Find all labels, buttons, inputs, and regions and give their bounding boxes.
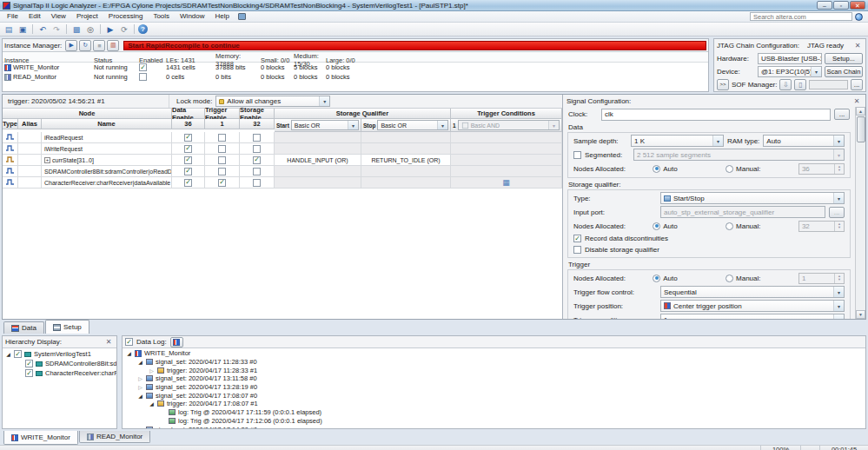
hierarchy-item[interactable]: ✓CharacterReceiver:charReceiver — [3, 368, 116, 378]
node-name-cell[interactable]: iReadRequest — [42, 132, 172, 143]
stop-qualifier-value-cell[interactable] — [361, 177, 451, 189]
data-log-item[interactable]: ◢trigger: 2020/04/17 17:08:07 #1 — [123, 400, 865, 408]
start-qualifier-value-cell[interactable]: HANDLE_INPUT (OR) — [275, 155, 361, 166]
spinner-arrows-icon[interactable]: ▲▼ — [834, 164, 844, 174]
data-log-item[interactable]: log: Trig @ 2020/04/17 17:11:59 (0:0:0.1… — [123, 408, 865, 417]
stop-qualifier-value-cell[interactable] — [361, 166, 451, 177]
signal-config-scrollbar[interactable]: ▲ ▼ — [855, 107, 865, 319]
menu-help[interactable]: Help — [210, 11, 235, 22]
hierarchy-item[interactable]: ✓SDRAMController8Bit:sdramCont... — [3, 359, 116, 368]
trigger-nodes-spinner[interactable]: 1 ▲▼ — [798, 273, 845, 284]
clock-field[interactable]: clk — [601, 109, 831, 121]
data-log-item[interactable]: ◢signal_set: 2020/04/17 17:14:38 #0 — [123, 425, 865, 428]
node-alias-cell[interactable] — [18, 155, 42, 166]
data-enable-checkbox[interactable]: ✓ — [184, 134, 192, 142]
autorun-icon[interactable]: ↻ — [79, 40, 91, 51]
storage-enable-checkbox[interactable] — [253, 179, 261, 187]
trigger-position-select[interactable]: Center trigger position ▾ — [660, 300, 845, 312]
pattern-grid-icon[interactable]: ▦ — [502, 178, 510, 187]
run-analysis-icon[interactable]: ▶ — [65, 40, 77, 51]
trigger-flow-select[interactable]: Sequential ▾ — [660, 286, 845, 298]
scrollbar-thumb[interactable] — [857, 116, 865, 142]
collapsed-icon[interactable]: ▷ — [137, 384, 143, 390]
trigger-condition-value-cell[interactable] — [451, 166, 562, 177]
setup-button[interactable]: Setup... — [825, 53, 863, 64]
spinner-arrows-icon[interactable]: ▲▼ — [834, 274, 844, 283]
instance-tab-write_monitor[interactable]: WRITE_Monitor — [3, 431, 78, 445]
expanded-icon[interactable]: ◢ — [137, 393, 143, 399]
undo-icon[interactable]: ↶ — [36, 23, 49, 35]
hierarchy-checkbox[interactable]: ✓ — [25, 369, 33, 377]
close-button[interactable]: ✕ — [850, 1, 865, 10]
data-log-item[interactable]: ◢signal_set: 2020/04/17 17:08:07 #0 — [123, 391, 865, 400]
data-log-item[interactable]: ▷signal_set: 2020/04/17 13:28:19 #0 — [123, 383, 865, 392]
disable-storage-checkbox[interactable] — [573, 246, 581, 254]
trigger-condition-value-cell[interactable]: ▦ — [451, 177, 562, 189]
data-log-options-button[interactable] — [170, 337, 183, 347]
stop-qualifier-value-cell[interactable] — [361, 143, 451, 155]
node-name-cell[interactable]: +currState[31..0] — [42, 155, 172, 166]
redo-icon[interactable]: ↷ — [50, 23, 63, 35]
menu-window[interactable]: Window — [175, 11, 209, 22]
stop-qualifier-select[interactable]: Basic OR ▾ — [377, 120, 448, 130]
stop-icon[interactable]: ■ — [93, 40, 105, 51]
trigger-enable-checkbox[interactable]: ✓ — [218, 179, 226, 187]
node-name-cell[interactable]: SDRAMController8Bit:sdramController|oRea… — [42, 166, 172, 177]
hierarchy-close-icon[interactable]: ✕ — [103, 338, 114, 346]
trigger-enable-checkbox[interactable] — [218, 134, 226, 142]
menu-edit[interactable]: Edit — [23, 11, 46, 22]
menu-file[interactable]: File — [2, 11, 23, 22]
signal-config-close-icon[interactable]: ✕ — [851, 97, 862, 105]
menu-view[interactable]: View — [46, 11, 71, 22]
help-icon[interactable]: ? — [138, 24, 148, 34]
start-qualifier-value-cell[interactable] — [275, 143, 361, 155]
storage-type-select[interactable]: Start/Stop ▾ — [660, 192, 845, 204]
storage-enable-checkbox[interactable]: ✓ — [253, 156, 261, 164]
search-input[interactable] — [750, 12, 852, 21]
trigger-enable-checkbox[interactable] — [218, 168, 226, 175]
clock-browse-button[interactable]: ... — [834, 109, 850, 120]
condition-select[interactable]: Basic AND ▾ — [458, 120, 560, 130]
run-analysis-icon[interactable]: ▶ — [104, 23, 116, 35]
storage-enable-checkbox[interactable] — [253, 145, 261, 153]
hardware-select[interactable]: USB-Blaster [USB-1] ▾ — [758, 53, 822, 64]
collapsed-icon[interactable]: ▷ — [137, 375, 143, 381]
storage-enable-checkbox[interactable] — [253, 134, 261, 142]
data-log-item[interactable]: ▷signal_set: 2020/04/17 13:11:58 #0 — [123, 374, 865, 383]
trigger-condition-value-cell[interactable] — [451, 143, 562, 155]
data-auto-radio[interactable] — [653, 165, 660, 173]
trigger-conditions-select[interactable]: 1 ▾ — [660, 314, 845, 319]
data-manual-radio[interactable] — [726, 165, 733, 173]
segmented-checkbox[interactable] — [573, 151, 581, 159]
start-qualifier-value-cell[interactable] — [275, 132, 361, 143]
data-log-item[interactable]: log: Trig @ 2020/04/17 17:12:06 (0:0:0.1… — [123, 417, 865, 426]
feedback-icon[interactable] — [238, 13, 246, 20]
rerun-icon[interactable]: ⟳ — [118, 23, 130, 35]
node-alias-cell[interactable] — [18, 166, 42, 177]
expanded-icon[interactable]: ◢ — [149, 400, 155, 407]
node-alias-cell[interactable] — [18, 143, 42, 155]
replace-icon[interactable]: ▩ — [70, 23, 83, 35]
hierarchy-checkbox[interactable]: ✓ — [14, 350, 22, 358]
storage-auto-radio[interactable] — [653, 222, 660, 230]
menu-tools[interactable]: Tools — [148, 11, 175, 22]
trigger-condition-value-cell[interactable] — [451, 155, 562, 166]
expand-plus-icon[interactable]: + — [44, 157, 50, 163]
input-port-browse-button[interactable]: ... — [829, 207, 845, 218]
data-log-item[interactable]: ◢WRITE_Monitor — [123, 349, 865, 358]
trigger-auto-radio[interactable] — [653, 275, 660, 282]
storage-manual-radio[interactable] — [726, 222, 733, 230]
node-alias-cell[interactable] — [18, 132, 42, 143]
record-discontinuities-checkbox[interactable]: ✓ — [573, 235, 581, 242]
sof-file-icon[interactable]: ▯ — [794, 79, 806, 90]
collapsed-icon[interactable]: ▷ — [149, 367, 155, 374]
input-port-field[interactable]: auto_stp_external_storage_qualifier — [660, 206, 825, 218]
trigger-condition-value-cell[interactable] — [451, 132, 562, 143]
instance-row[interactable]: WRITE_MonitorNot running✓1431 cells37888… — [3, 63, 708, 72]
segmented-select[interactable]: 2 512 sample segments ▾ — [633, 149, 845, 161]
storage-enable-checkbox[interactable] — [253, 168, 261, 175]
tab-data[interactable]: Data — [3, 321, 44, 334]
sof-expand-button[interactable]: >> — [717, 79, 729, 90]
tab-setup[interactable]: Setup — [45, 320, 89, 334]
data-enable-checkbox[interactable]: ✓ — [184, 145, 192, 153]
